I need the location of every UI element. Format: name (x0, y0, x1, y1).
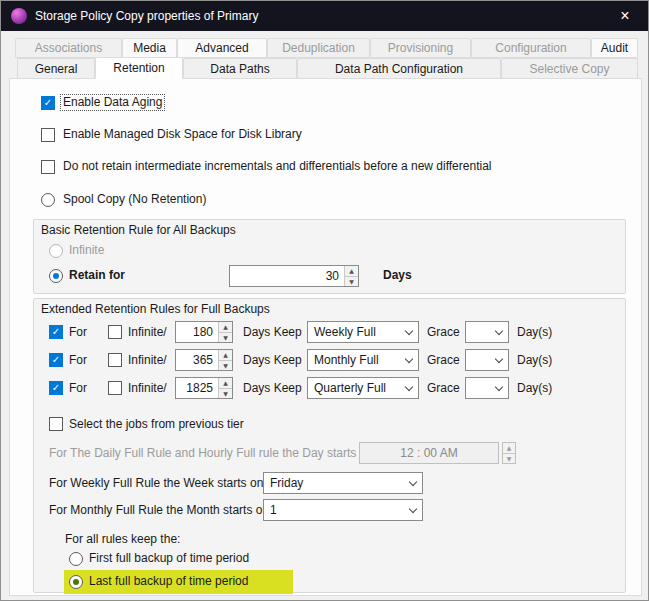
combo-value: Quarterly Full (308, 381, 400, 395)
combo-value: Friday (264, 476, 404, 490)
spin-down-icon[interactable]: ▼ (219, 360, 232, 371)
retain-days-spinner[interactable]: ▲ ▼ (344, 266, 358, 286)
daily-time-spinner[interactable]: ▲ ▼ (502, 442, 516, 464)
tab-configuration[interactable]: Configuration (471, 38, 591, 58)
ext-row2-days-value[interactable]: 365 (176, 350, 218, 370)
weekly-rule-label: For Weekly Full Rule the Week starts on: (49, 476, 267, 491)
retain-for-label[interactable]: Retain for (69, 268, 125, 283)
ext-row1-grace-label: Grace (427, 325, 460, 340)
last-full-backup-label[interactable]: Last full backup of time period (89, 574, 248, 589)
tab-provisioning[interactable]: Provisioning (370, 38, 471, 58)
spin-up-icon[interactable]: ▲ (219, 322, 232, 332)
ext-row3-for-checkbox[interactable]: ✓ (49, 381, 63, 395)
last-full-backup-radio[interactable] (69, 575, 83, 589)
spin-down-icon[interactable]: ▼ (219, 388, 232, 399)
ext-row3-infinite-checkbox[interactable] (108, 381, 122, 395)
spin-down-icon[interactable]: ▼ (503, 453, 515, 464)
check-icon: ✓ (42, 97, 54, 109)
ext-row2-grace-combo[interactable] (465, 349, 509, 371)
ext-row2-grace-label: Grace (427, 353, 460, 368)
chevron-down-icon (490, 350, 508, 370)
spool-copy-radio[interactable] (41, 193, 55, 207)
ext-row2-for-label[interactable]: For (69, 353, 87, 368)
managed-disk-space-checkbox[interactable] (41, 128, 55, 142)
ext-row3-days-value[interactable]: 1825 (176, 378, 218, 398)
ext-row1-days-input[interactable]: 180 ▲ ▼ (175, 321, 233, 343)
ext-row1-infinite-checkbox[interactable] (108, 325, 122, 339)
basic-retention-group-title: Basic Retention Rule for All Backups (41, 223, 236, 238)
spool-copy-label[interactable]: Spool Copy (No Retention) (63, 192, 206, 207)
ext-row2-cycle-combo[interactable]: Monthly Full (307, 349, 419, 371)
no-intermediate-label[interactable]: Do not retain intermediate incrementals … (63, 159, 491, 174)
tab-deduplication[interactable]: Deduplication (267, 38, 370, 58)
retain-for-radio[interactable] (49, 269, 63, 283)
extended-retention-group-title: Extended Retention Rules for Full Backup… (41, 302, 270, 317)
retain-days-value[interactable]: 30 (230, 266, 344, 286)
first-full-backup-radio[interactable] (69, 552, 83, 566)
tab-associations[interactable]: Associations (15, 38, 122, 58)
spin-up-icon[interactable]: ▲ (503, 443, 515, 453)
check-icon: ✓ (50, 354, 62, 366)
infinite-radio[interactable] (49, 244, 63, 258)
ext-row1-grace-combo[interactable] (465, 321, 509, 343)
ext-row1-cycle-combo[interactable]: Weekly Full (307, 321, 419, 343)
tab-data-path-configuration[interactable]: Data Path Configuration (297, 58, 501, 79)
ext-row1-days-keep-label: Days Keep (243, 325, 302, 340)
ext-row3-cycle-combo[interactable]: Quarterly Full (307, 377, 419, 399)
spin-down-icon[interactable]: ▼ (219, 332, 232, 343)
ext-row3-days-keep-label: Days Keep (243, 381, 302, 396)
ext-row3-infinite-label[interactable]: Infinite/ (128, 381, 167, 396)
tab-general[interactable]: General (17, 58, 95, 79)
tab-media[interactable]: Media (122, 38, 177, 58)
close-icon: × (620, 7, 629, 25)
ext-row3-unit-label: Day(s) (517, 381, 552, 396)
tab-retention[interactable]: Retention (95, 57, 183, 79)
check-icon: ✓ (50, 382, 62, 394)
monthly-start-combo[interactable]: 1 (263, 499, 423, 521)
close-button[interactable]: × (602, 1, 648, 31)
monthly-rule-label: For Monthly Full Rule the Month starts o… (49, 503, 272, 518)
ext-row2-days-spinner[interactable]: ▲ ▼ (218, 350, 232, 370)
ext-row2-infinite-checkbox[interactable] (108, 353, 122, 367)
daily-time-value: 12 : 00 AM (400, 446, 457, 460)
ext-row2-days-keep-label: Days Keep (243, 353, 302, 368)
ext-row1-days-value[interactable]: 180 (176, 322, 218, 342)
infinite-label: Infinite (69, 243, 104, 258)
spin-down-icon[interactable]: ▼ (345, 276, 358, 287)
retain-days-input[interactable]: 30 ▲ ▼ (229, 265, 359, 287)
ext-row2-unit-label: Day(s) (517, 353, 552, 368)
ext-row3-for-label[interactable]: For (69, 381, 87, 396)
ext-row1-for-checkbox[interactable]: ✓ (49, 325, 63, 339)
ext-row3-days-input[interactable]: 1825 ▲ ▼ (175, 377, 233, 399)
ext-row2-for-checkbox[interactable]: ✓ (49, 353, 63, 367)
ext-row1-for-label[interactable]: For (69, 325, 87, 340)
tab-audit[interactable]: Audit (591, 38, 638, 58)
tab-data-paths[interactable]: Data Paths (183, 58, 297, 79)
tab-advanced[interactable]: Advanced (177, 38, 267, 58)
managed-disk-space-label[interactable]: Enable Managed Disk Space for Disk Libra… (63, 127, 302, 142)
check-icon: ✓ (50, 326, 62, 338)
ext-row3-days-spinner[interactable]: ▲ ▼ (218, 378, 232, 398)
spin-up-icon[interactable]: ▲ (345, 266, 358, 276)
enable-data-aging-checkbox[interactable]: ✓ (41, 96, 55, 110)
select-jobs-checkbox[interactable] (49, 417, 63, 431)
enable-data-aging-label[interactable]: Enable Data Aging (61, 95, 164, 110)
window-title: Storage Policy Copy properties of Primar… (35, 9, 258, 23)
ext-row2-days-input[interactable]: 365 ▲ ▼ (175, 349, 233, 371)
select-jobs-label[interactable]: Select the jobs from previous tier (69, 417, 244, 432)
ext-row2-infinite-label[interactable]: Infinite/ (128, 353, 167, 368)
weekly-start-combo[interactable]: Friday (263, 472, 423, 494)
spin-up-icon[interactable]: ▲ (219, 378, 232, 388)
ext-row1-infinite-label[interactable]: Infinite/ (128, 325, 167, 340)
chevron-down-icon (400, 322, 418, 342)
first-full-backup-label[interactable]: First full backup of time period (89, 551, 249, 566)
chevron-down-icon (490, 378, 508, 398)
ext-row1-days-spinner[interactable]: ▲ ▼ (218, 322, 232, 342)
ext-row3-grace-combo[interactable] (465, 377, 509, 399)
no-intermediate-checkbox[interactable] (41, 160, 55, 174)
days-label: Days (383, 268, 412, 283)
tab-selective-copy[interactable]: Selective Copy (501, 58, 638, 79)
ext-row1-unit-label: Day(s) (517, 325, 552, 340)
spin-up-icon[interactable]: ▲ (219, 350, 232, 360)
daily-time-input[interactable]: 12 : 00 AM (359, 442, 499, 464)
